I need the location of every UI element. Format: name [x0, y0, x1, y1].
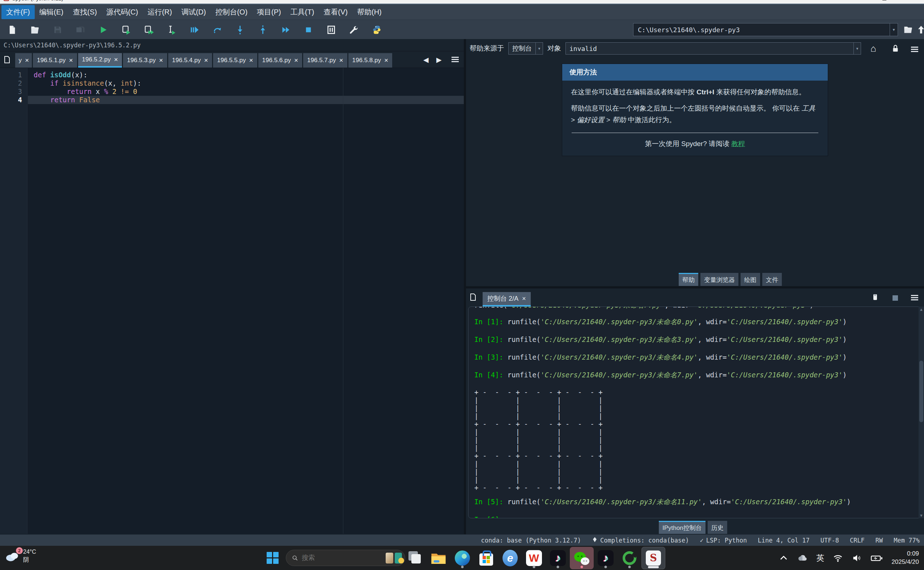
step-return-icon[interactable] — [258, 25, 268, 35]
code-editor[interactable]: 1234 def isOdd(x): if isinstance(x, int)… — [0, 68, 464, 534]
tutorial-link[interactable]: 教程 — [731, 140, 745, 147]
search-highlight-image[interactable] — [386, 553, 393, 564]
debug-file-icon[interactable] — [189, 25, 199, 35]
editor-options-menu-icon[interactable] — [452, 56, 459, 63]
ipython-console[interactable]: runfile('C:/Users/21640/.spyder-py3/未命名7… — [468, 306, 921, 518]
pane-tab[interactable]: 帮助 — [679, 273, 698, 286]
menu-item[interactable]: 调试(D) — [177, 5, 211, 19]
pane-tab[interactable]: 历史 — [708, 521, 727, 534]
weather-widget[interactable]: 2 24°C 阴 — [5, 548, 36, 564]
run-file-icon[interactable] — [98, 25, 108, 35]
help-source-select[interactable]: 控制台 ▾ — [508, 42, 543, 55]
clock[interactable]: 0:09 2025/4/20 — [892, 550, 919, 566]
new-file-icon[interactable] — [7, 25, 17, 35]
taskbar-app-task-view[interactable] — [403, 547, 427, 569]
taskbar-app-file-explorer[interactable] — [427, 547, 450, 569]
run-cell-advance-icon[interactable] — [144, 25, 154, 35]
taskbar-search[interactable] — [286, 550, 405, 566]
console-tab[interactable]: 控制台 2/A × — [483, 292, 531, 306]
stop-icon[interactable] — [304, 25, 313, 35]
open-file-icon[interactable] — [30, 25, 40, 35]
menu-item[interactable]: 工具(T) — [286, 5, 319, 19]
editor-tab[interactable]: 196.5.8.py× — [348, 53, 392, 67]
scroll-up-icon[interactable]: ▲ — [919, 307, 924, 311]
start-button[interactable] — [267, 552, 279, 564]
menu-item[interactable]: 运行(R) — [143, 5, 177, 19]
scrollbar-thumb[interactable] — [919, 361, 923, 422]
menu-item[interactable]: 项目(P) — [252, 5, 286, 19]
close-icon[interactable]: × — [25, 57, 29, 64]
close-icon[interactable]: × — [294, 57, 298, 64]
window-close-button[interactable]: × — [912, 0, 915, 2]
close-icon[interactable]: × — [384, 57, 388, 64]
menu-item[interactable]: 源代码(C) — [101, 5, 143, 19]
menu-item[interactable]: 控制台(O) — [211, 5, 252, 19]
taskbar-app-wechat[interactable] — [570, 547, 594, 569]
pane-tab[interactable]: IPython控制台 — [659, 521, 706, 534]
run-to-line-icon[interactable] — [212, 25, 222, 35]
parent-directory-icon[interactable] — [916, 25, 924, 35]
remove-variables-icon[interactable] — [871, 293, 879, 302]
volume-icon[interactable] — [852, 553, 862, 563]
close-icon[interactable]: × — [69, 57, 73, 64]
help-options-menu-icon[interactable] — [911, 46, 918, 53]
chevron-down-icon[interactable]: ▾ — [890, 23, 898, 36]
editor-tab[interactable]: y× — [15, 53, 32, 67]
browse-tabs-icon[interactable] — [3, 55, 12, 64]
close-icon[interactable]: × — [522, 295, 526, 303]
search-highlight-image[interactable] — [395, 553, 402, 564]
menu-item[interactable]: 查找(S) — [68, 5, 101, 19]
tray-chevron-up-icon[interactable] — [779, 553, 789, 563]
console-options-menu-icon[interactable] — [911, 294, 918, 302]
close-icon[interactable]: × — [114, 56, 118, 64]
step-into-icon[interactable] — [235, 25, 245, 35]
menu-item[interactable]: 查看(V) — [319, 5, 352, 19]
editor-tab[interactable]: 196.5.2.py× — [78, 53, 122, 67]
run-cell-icon[interactable] — [121, 25, 131, 35]
ime-language-button[interactable]: 英 — [816, 553, 824, 564]
menu-item[interactable]: 帮助(H) — [352, 5, 386, 19]
editor-tab[interactable]: 196.5.1.py× — [33, 53, 77, 67]
home-icon[interactable]: ⌂ — [870, 44, 880, 53]
taskbar-app-e-browser[interactable]: e — [498, 547, 522, 569]
preferences-icon[interactable] — [349, 25, 359, 35]
window-restore-button[interactable] — [882, 0, 886, 0]
continue-icon[interactable] — [281, 25, 291, 35]
scroll-down-icon[interactable]: ▼ — [919, 513, 924, 518]
close-icon[interactable]: × — [159, 57, 163, 64]
taskbar-app-microsoft-store[interactable] — [474, 547, 498, 569]
run-selection-icon[interactable] — [167, 25, 177, 35]
console-scrollbar[interactable]: ▲ ▼ — [919, 306, 924, 518]
taskbar-app-spyder[interactable]: S — [641, 547, 665, 569]
editor-tab[interactable]: 196.5.5.py× — [213, 53, 257, 67]
close-icon[interactable]: × — [249, 57, 253, 64]
pane-tab[interactable]: 绘图 — [741, 273, 760, 286]
interrupt-kernel-icon[interactable] — [893, 295, 898, 301]
taskbar-app-douyin-2[interactable]: ♪ — [594, 547, 618, 569]
working-directory-combobox[interactable]: C:\Users\21640\.spyder-py3 ▾ — [633, 23, 898, 36]
pane-tab[interactable]: 变量浏览器 — [700, 273, 738, 286]
browse-directory-icon[interactable] — [903, 25, 913, 35]
tabs-scroll-right-icon[interactable]: ▶ — [436, 56, 442, 64]
search-input[interactable] — [302, 554, 386, 562]
editor-tab[interactable]: 196.5.3.py× — [123, 53, 167, 67]
taskbar-app-edge-browser[interactable] — [450, 547, 474, 569]
close-icon[interactable]: × — [204, 57, 208, 64]
browse-tabs-icon[interactable] — [469, 293, 478, 302]
battery-icon[interactable] — [870, 553, 883, 563]
editor-tab[interactable]: 196.5.6.py× — [258, 53, 303, 67]
menu-item[interactable]: 文件(F) — [2, 5, 35, 19]
wifi-icon[interactable] — [833, 553, 843, 563]
taskbar-app-green-ring-app[interactable] — [618, 547, 641, 569]
maximize-pane-icon[interactable] — [326, 25, 336, 35]
pane-tab[interactable]: 文件 — [762, 273, 782, 286]
tabs-scroll-left-icon[interactable]: ◀ — [423, 56, 429, 64]
onedrive-icon[interactable] — [797, 553, 807, 563]
editor-tab[interactable]: 196.5.7.py× — [303, 53, 347, 67]
editor-tab[interactable]: 196.5.4.py× — [168, 53, 212, 67]
taskbar-app-douyin[interactable]: ♪ — [546, 547, 570, 569]
taskbar-app-wps-office[interactable]: W — [522, 547, 546, 569]
pythonpath-icon[interactable] — [372, 25, 382, 35]
lock-icon[interactable] — [891, 44, 900, 53]
close-icon[interactable]: × — [339, 57, 343, 64]
